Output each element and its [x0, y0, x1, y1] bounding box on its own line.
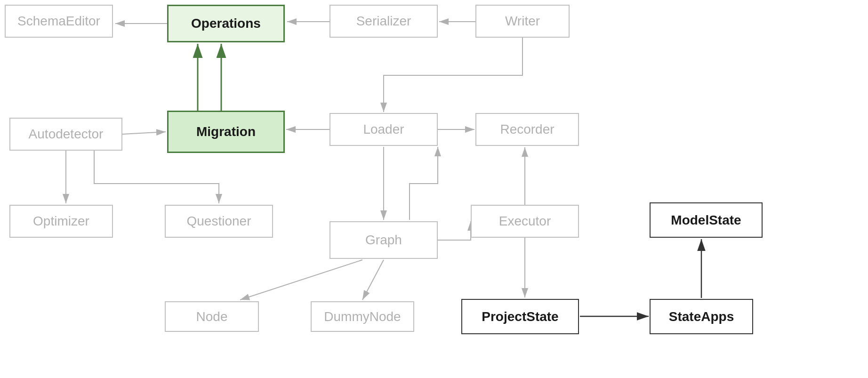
node-node: Node [165, 301, 259, 332]
node-schema-editor: SchemaEditor [5, 5, 113, 38]
node-writer: Writer [475, 5, 570, 38]
svg-line-15 [362, 260, 384, 300]
node-executor: Executor [471, 205, 579, 238]
diagram: SchemaEditor Operations Serializer Write… [0, 0, 868, 378]
node-dummy-node: DummyNode [311, 301, 414, 332]
node-graph: Graph [330, 221, 438, 259]
node-model-state: ModelState [650, 202, 763, 238]
node-recorder: Recorder [475, 113, 579, 146]
node-autodetector: Autodetector [9, 118, 122, 151]
node-loader: Loader [330, 113, 438, 146]
node-questioner: Questioner [165, 205, 273, 238]
node-project-state: ProjectState [461, 299, 579, 334]
node-serializer: Serializer [330, 5, 438, 38]
node-state-apps: StateApps [650, 299, 753, 334]
svg-line-14 [240, 260, 362, 300]
node-optimizer: Optimizer [9, 205, 113, 238]
svg-line-6 [122, 132, 166, 134]
node-operations: Operations [167, 5, 285, 42]
node-migration: Migration [167, 111, 285, 153]
